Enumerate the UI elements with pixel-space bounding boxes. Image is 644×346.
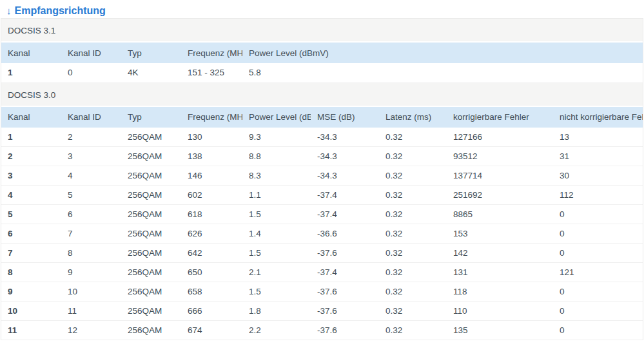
- table-row: 104K151 - 3255.8: [1, 63, 643, 82]
- table-cell: 7: [61, 224, 121, 244]
- table-cell: 0.32: [379, 186, 447, 205]
- table-cell: 6: [1, 224, 61, 244]
- table-cell: 0: [553, 205, 643, 224]
- table-cell: 1.5: [242, 205, 311, 224]
- column-header: Frequenz (MHz): [181, 107, 242, 128]
- table-cell: 121: [553, 263, 643, 282]
- table-cell: 8865: [447, 205, 553, 224]
- table-cell: 151 - 325: [181, 63, 242, 82]
- table-cell: 13: [553, 128, 643, 147]
- table-cell: 0.32: [379, 263, 447, 282]
- table-cell: 2: [61, 128, 121, 147]
- table-cell: 1: [1, 63, 61, 82]
- table-cell: 11: [1, 321, 61, 340]
- docsis30-table: KanalKanal IDTypFrequenz (MHz)Power Leve…: [1, 107, 643, 341]
- table-cell: 0.32: [379, 147, 447, 166]
- table-cell: 7: [1, 244, 61, 263]
- table-cell: 10: [61, 282, 121, 302]
- table-cell: -34.3: [311, 147, 379, 166]
- table-cell: 30: [553, 166, 643, 186]
- table-cell: -37.6: [311, 321, 379, 340]
- table-cell: 118: [447, 282, 553, 302]
- table-cell: 602: [181, 186, 242, 205]
- table-cell: 3: [61, 147, 121, 166]
- table-cell: 3: [1, 166, 61, 186]
- column-header: Kanal: [1, 43, 61, 63]
- table-cell: 626: [181, 224, 242, 244]
- table-cell: 1.1: [242, 186, 311, 205]
- table-cell: 112: [553, 186, 643, 205]
- table-cell: 142: [447, 244, 553, 263]
- table-cell: 0.32: [379, 166, 447, 186]
- column-header: Kanal ID: [61, 107, 121, 128]
- table-cell: 11: [61, 302, 121, 321]
- table-cell: 618: [181, 205, 242, 224]
- table-cell: 130: [181, 128, 242, 147]
- table-cell: 256QAM: [121, 205, 181, 224]
- table-cell: 0.32: [379, 128, 447, 147]
- column-header: Typ: [121, 43, 181, 63]
- table-cell: 0: [553, 244, 643, 263]
- table-cell: 5: [1, 205, 61, 224]
- table-cell: -37.6: [311, 282, 379, 302]
- table-cell: 666: [181, 302, 242, 321]
- table-cell: 1.5: [242, 244, 311, 263]
- table-cell: 0: [553, 302, 643, 321]
- table-cell: 8.3: [242, 166, 311, 186]
- table-cell: 251692: [447, 186, 553, 205]
- table-row: 67256QAM6261.4-36.60.321530: [1, 224, 643, 244]
- table-cell: -34.3: [311, 128, 379, 147]
- table-cell: -37.4: [311, 186, 379, 205]
- table-cell: 146: [181, 166, 242, 186]
- table-cell: 127166: [447, 128, 553, 147]
- table-cell: 0: [61, 63, 121, 82]
- table-cell: 650: [181, 263, 242, 282]
- docsis31-header-row: KanalKanal IDTypFrequenz (MHz)Power Leve…: [1, 43, 643, 63]
- docsis31-table: KanalKanal IDTypFrequenz (MHz)Power Leve…: [1, 43, 643, 83]
- table-cell: 137714: [447, 166, 553, 186]
- table-cell: 658: [181, 282, 242, 302]
- table-row: 910256QAM6581.5-37.60.321180: [1, 282, 643, 302]
- table-cell: 8: [1, 263, 61, 282]
- table-cell: 256QAM: [121, 282, 181, 302]
- table-cell: 10: [1, 302, 61, 321]
- table-cell: 256QAM: [121, 244, 181, 263]
- table-cell: -34.3: [311, 166, 379, 186]
- table-cell: 31: [553, 147, 643, 166]
- docsis30-header-row: KanalKanal IDTypFrequenz (MHz)Power Leve…: [1, 107, 643, 128]
- table-cell: 138: [181, 147, 242, 166]
- table-cell: 256QAM: [121, 224, 181, 244]
- column-header: Latenz (ms): [379, 107, 447, 128]
- column-header: Kanal ID: [61, 43, 121, 63]
- table-cell: 256QAM: [121, 128, 181, 147]
- column-header: MSE (dB): [311, 107, 379, 128]
- table-cell: 256QAM: [121, 302, 181, 321]
- table-cell: 0: [553, 282, 643, 302]
- docsis30-section-header: DOCSIS 3.0: [1, 83, 643, 107]
- table-row: 89256QAM6502.1-37.40.32131121: [1, 263, 643, 282]
- down-arrow-icon: ↓: [6, 5, 12, 16]
- table-row: 45256QAM6021.1-37.40.32251692112: [1, 186, 643, 205]
- table-cell: 0.32: [379, 244, 447, 263]
- table-row: 34256QAM1468.3-34.30.3213771430: [1, 166, 643, 186]
- table-cell: 9.3: [242, 128, 311, 147]
- table-cell: 1: [1, 128, 61, 147]
- table-cell: 256QAM: [121, 321, 181, 340]
- table-cell: 256QAM: [121, 186, 181, 205]
- table-cell: 2: [1, 147, 61, 166]
- table-cell: 642: [181, 244, 242, 263]
- column-header: Typ: [121, 107, 181, 128]
- table-cell: 674: [181, 321, 242, 340]
- table-cell: 0.32: [379, 224, 447, 244]
- table-row: 23256QAM1388.8-34.30.329351231: [1, 147, 643, 166]
- column-header: nicht korrigierbare Fehler: [553, 107, 643, 128]
- table-cell: 9: [61, 263, 121, 282]
- table-cell: -37.6: [311, 302, 379, 321]
- table-row: 12256QAM1309.3-34.30.3212716613: [1, 128, 643, 147]
- empfangsrichtung-section-toggle[interactable]: ↓ Empfangsrichtung: [0, 0, 644, 18]
- table-row: 78256QAM6421.5-37.60.321420: [1, 244, 643, 263]
- table-row: 1112256QAM6742.2-37.60.321350: [1, 321, 643, 340]
- table-cell: 1.8: [242, 302, 311, 321]
- table-cell: 6: [61, 205, 121, 224]
- column-header: Power Level (dBmV): [242, 107, 311, 128]
